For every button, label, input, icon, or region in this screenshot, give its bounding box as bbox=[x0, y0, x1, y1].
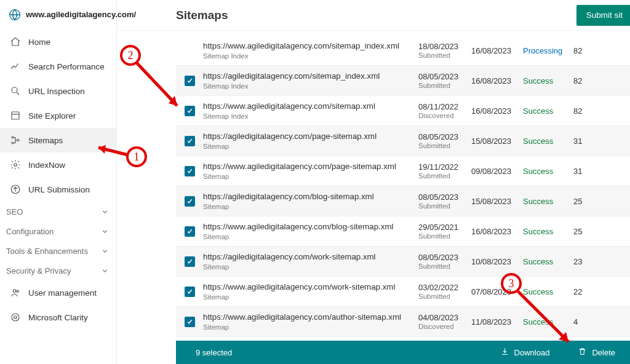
upload-icon bbox=[10, 184, 21, 195]
table-row[interactable]: https://agiledigitalagency.com/sitemap_i… bbox=[176, 66, 630, 96]
url-count-cell: 82 bbox=[573, 46, 600, 55]
submission-status: Submitted bbox=[418, 202, 471, 210]
sitemap-url: https://agiledigitalagency.com/blog-site… bbox=[203, 192, 412, 202]
status-cell: Success bbox=[523, 317, 573, 326]
submitted-date: 08/05/2023 bbox=[418, 253, 471, 262]
sitemap-url-cell: https://www.agiledigitalagency.com/sitem… bbox=[203, 41, 418, 60]
svg-point-11 bbox=[14, 316, 17, 319]
sidebar-item-user-management[interactable]: User management bbox=[0, 280, 116, 305]
sitemap-type: Sitemap Index bbox=[203, 82, 412, 90]
table-row[interactable]: https://www.agiledigitalagency.com/blog-… bbox=[176, 216, 630, 247]
last-crawl-cell: 11/08/2023 bbox=[471, 317, 523, 326]
checkbox[interactable] bbox=[176, 136, 203, 146]
status-cell: Success bbox=[523, 106, 573, 116]
sitemaps-icon bbox=[10, 135, 21, 146]
submitted-date: 18/08/2023 bbox=[418, 42, 471, 51]
checkbox[interactable] bbox=[176, 106, 203, 116]
checkbox-icon bbox=[185, 256, 195, 267]
globe-icon bbox=[9, 9, 21, 21]
status-cell: Success bbox=[523, 257, 573, 266]
sidebar-group-configuration[interactable]: Configuration bbox=[0, 221, 116, 241]
sidebar-item-sitemaps[interactable]: Sitemaps bbox=[0, 128, 116, 152]
url-count-cell: 82 bbox=[573, 106, 600, 116]
submitted-date: 08/11/2022 bbox=[418, 102, 471, 111]
last-crawl-date: 16/08/2023 bbox=[471, 76, 523, 85]
sitemap-url-cell: https://www.agiledigitalagency.com/blog-… bbox=[203, 222, 418, 241]
last-submitted-cell: 08/05/2023Submitted bbox=[418, 72, 471, 89]
svg-point-1 bbox=[12, 87, 17, 93]
checkbox-icon bbox=[185, 287, 195, 297]
sidebar-item-url-submission[interactable]: URL Submission bbox=[0, 177, 116, 202]
checkbox[interactable] bbox=[176, 166, 203, 176]
url-count-cell: 25 bbox=[573, 227, 600, 236]
sidebar-item-search-performance[interactable]: Search Performance bbox=[0, 54, 116, 79]
sitemap-url: https://agiledigitalagency.com/work-site… bbox=[203, 252, 412, 263]
sidebar-item-site-explorer[interactable]: Site Explorer bbox=[0, 103, 116, 128]
sitemap-url-cell: https://agiledigitalagency.com/work-site… bbox=[203, 252, 418, 271]
table-row[interactable]: https://agiledigitalagency.com/blog-site… bbox=[176, 186, 630, 216]
checkbox[interactable] bbox=[176, 226, 203, 237]
sitemaps-table: https://www.agiledigitalagency.com/sitem… bbox=[117, 31, 630, 341]
last-submitted-cell: 03/02/2022Submitted bbox=[418, 283, 471, 300]
sitemap-url-cell: https://agiledigitalagency.com/page-site… bbox=[203, 132, 418, 151]
submission-status: Submitted bbox=[418, 263, 471, 270]
last-crawl-cell: 10/08/2023 bbox=[471, 257, 523, 266]
submit-sitemap-button[interactable]: Submit sit bbox=[576, 5, 630, 26]
sidebar-item-label: Microsoft Clarity bbox=[28, 313, 88, 322]
submission-status: Submitted bbox=[418, 172, 471, 180]
gear-icon bbox=[10, 159, 21, 170]
checkbox[interactable] bbox=[176, 287, 203, 297]
trash-icon bbox=[578, 347, 587, 358]
submitted-date: 04/08/2023 bbox=[418, 313, 471, 322]
table-row[interactable]: https://www.agiledigitalagency.com/sitem… bbox=[176, 96, 630, 126]
site-switcher[interactable]: www.agiledigitalagency.com/ bbox=[0, 4, 116, 30]
sitemap-type: Sitemap Index bbox=[203, 113, 412, 120]
checkbox[interactable] bbox=[176, 196, 203, 207]
sidebar-group-security[interactable]: Security & Privacy bbox=[0, 261, 116, 280]
sidebar-group-seo[interactable]: SEO bbox=[0, 202, 116, 221]
checkbox-icon bbox=[185, 106, 195, 116]
checkbox[interactable] bbox=[176, 317, 203, 327]
checkbox[interactable] bbox=[176, 46, 203, 56]
table-row[interactable]: https://agiledigitalagency.com/page-site… bbox=[176, 126, 630, 156]
sidebar-item-indexnow[interactable]: IndexNow bbox=[0, 152, 116, 177]
explorer-icon bbox=[10, 110, 21, 121]
table-row[interactable]: https://www.agiledigitalagency.com/sitem… bbox=[176, 36, 630, 66]
submitted-date: 29/05/2021 bbox=[418, 223, 471, 232]
delete-label: Delete bbox=[592, 348, 615, 357]
sidebar-item-home[interactable]: Home bbox=[0, 30, 116, 54]
table-row[interactable]: https://www.agiledigitalagency.com/work-… bbox=[176, 277, 630, 307]
url-count-cell: 22 bbox=[573, 287, 600, 296]
last-crawl-date: 16/08/2023 bbox=[471, 106, 523, 116]
sitemap-url: https://agiledigitalagency.com/sitemap_i… bbox=[203, 71, 412, 82]
sitemap-type: Sitemap bbox=[203, 263, 412, 271]
checkbox[interactable] bbox=[176, 76, 203, 86]
sidebar-group-tools[interactable]: Tools & Enhancements bbox=[0, 241, 116, 261]
checkbox-icon bbox=[185, 46, 195, 56]
last-crawl-cell: 15/08/2023 bbox=[471, 197, 523, 206]
submission-status: Discovered bbox=[418, 112, 471, 119]
download-button[interactable]: Download bbox=[500, 347, 550, 358]
sidebar-item-label: IndexNow bbox=[28, 160, 65, 170]
sitemap-url: https://www.agiledigitalagency.com/work-… bbox=[203, 282, 412, 293]
url-count-cell: 31 bbox=[573, 167, 600, 176]
submitted-date: 08/05/2023 bbox=[418, 132, 471, 141]
last-submitted-cell: 19/11/2022Submitted bbox=[418, 162, 471, 180]
search-icon bbox=[10, 85, 21, 97]
table-row[interactable]: https://www.agiledigitalagency.com/page-… bbox=[176, 156, 630, 186]
selection-count: 9 selected bbox=[196, 348, 232, 357]
sidebar-item-url-inspection[interactable]: URL Inspection bbox=[0, 79, 116, 103]
table-row[interactable]: https://agiledigitalagency.com/work-site… bbox=[176, 247, 630, 277]
sidebar-item-ms-clarity[interactable]: Microsoft Clarity bbox=[0, 305, 116, 330]
checkbox[interactable] bbox=[176, 256, 203, 267]
sitemap-url-cell: https://agiledigitalagency.com/sitemap_i… bbox=[203, 71, 418, 90]
sidebar: www.agiledigitalagency.com/ Home Search … bbox=[0, 0, 117, 364]
delete-button[interactable]: Delete bbox=[578, 347, 615, 358]
sitemap-url: https://www.agiledigitalagency.com/sitem… bbox=[203, 41, 412, 52]
sitemap-type: Sitemap bbox=[203, 143, 412, 150]
sitemap-url-cell: https://www.agiledigitalagency.com/autho… bbox=[203, 312, 418, 331]
submitted-date: 08/05/2023 bbox=[418, 72, 471, 81]
table-row[interactable]: https://www.agiledigitalagency.com/autho… bbox=[176, 307, 630, 337]
sitemap-type: Sitemap bbox=[203, 173, 412, 180]
last-crawl-date: 16/08/2023 bbox=[471, 227, 523, 236]
